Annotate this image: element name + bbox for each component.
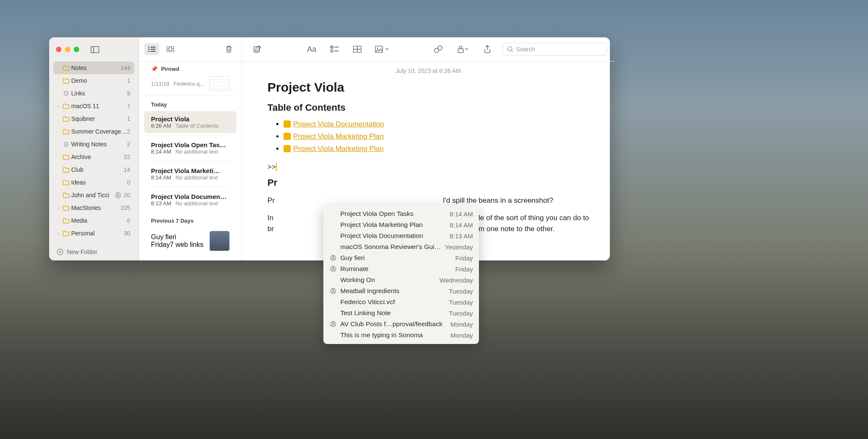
zoom-traffic-light[interactable] <box>74 47 79 52</box>
list-view-button[interactable] <box>144 43 159 55</box>
note-link[interactable]: Project Viola Documentation <box>293 120 384 128</box>
folder-label: Writing Notes <box>71 141 127 148</box>
suggestion-title: AV Club Posts f…pproval/feedback <box>340 320 447 328</box>
popup-suggestion[interactable]: Guy fieriFriday <box>323 252 479 263</box>
folder-count: 1 <box>127 115 131 122</box>
folder-count: 2 <box>127 128 131 135</box>
sidebar-folder[interactable]: Writing Notes2 <box>53 138 134 151</box>
svg-point-11 <box>148 47 150 48</box>
checklist-button[interactable] <box>327 43 342 55</box>
sidebar-folder[interactable]: John and Ticci20 <box>53 189 134 201</box>
media-button[interactable] <box>373 43 391 55</box>
folder-label: Media <box>71 217 127 224</box>
toggle-sidebar-icon[interactable] <box>89 44 101 55</box>
share-icon <box>484 45 491 53</box>
minimize-traffic-light[interactable] <box>65 47 70 52</box>
folder-label: Club <box>71 166 124 173</box>
lock-button[interactable] <box>453 43 472 55</box>
svg-point-13 <box>148 51 150 52</box>
person-icon <box>329 255 337 261</box>
sidebar-folder[interactable]: ›Personal30 <box>53 227 134 240</box>
note-link[interactable]: Project Viola Marketing Plan <box>293 145 384 153</box>
table-icon <box>353 46 362 53</box>
note-title: Project Viola Open Tas… <box>151 141 230 148</box>
popup-suggestion[interactable]: This is me typing in SonomaMonday <box>323 330 479 341</box>
note-list-item[interactable]: Project Viola Documen…8:13 AMNo addition… <box>144 189 236 211</box>
note-title: Project Viola <box>267 80 589 95</box>
folder-count: 105 <box>120 204 130 211</box>
popup-suggestion[interactable]: macOS Sonoma Reviewer's GuideYesterday <box>323 241 479 252</box>
popup-suggestion[interactable]: RuminateFriday <box>323 263 479 274</box>
text-cursor <box>276 163 277 171</box>
grid-icon <box>167 46 174 52</box>
share-button[interactable] <box>480 43 495 55</box>
popup-suggestion[interactable]: AV Club Posts f…pproval/feedbackMonday <box>323 319 479 330</box>
note-preview: No additional text <box>175 148 218 155</box>
notes-window: Notes144Demo1Links9›macOS 117Squibner1Su… <box>49 37 610 260</box>
sidebar-folder[interactable]: Squibner1 <box>53 112 134 125</box>
suggestion-title: Ruminate <box>340 265 452 273</box>
folder-icon <box>63 218 71 224</box>
note-link-icon <box>284 133 291 140</box>
sidebar-folder[interactable]: Archive22 <box>53 151 134 163</box>
sidebar-folder[interactable]: ›MacStories105 <box>53 201 134 214</box>
svg-point-5 <box>66 144 67 145</box>
note-preview: 7 web links <box>170 241 203 248</box>
popup-suggestion[interactable]: Federico Viticci.vcfTuesday <box>323 296 479 308</box>
folder-count: 22 <box>124 154 131 160</box>
search-input[interactable]: Search <box>503 43 607 56</box>
popup-suggestion[interactable]: Project Viola Open Tasks8:14 AM <box>323 208 479 219</box>
sidebar-folder[interactable]: Club14 <box>53 163 134 176</box>
folder-icon <box>63 129 71 134</box>
svg-point-43 <box>332 289 334 291</box>
sidebar-folder[interactable]: Links9 <box>53 87 134 100</box>
note-link[interactable]: Project Viola Marketing Plan <box>293 132 384 140</box>
sidebar-folder[interactable]: Ideas0 <box>53 176 134 189</box>
gallery-view-button[interactable] <box>163 43 178 55</box>
svg-point-7 <box>117 193 119 195</box>
checklist-icon <box>330 45 339 53</box>
popup-suggestion[interactable]: Project Viola Documentation8:13 AM <box>323 230 479 241</box>
popup-suggestion[interactable]: Test Linking NoteTuesday <box>323 308 479 319</box>
compose-button[interactable] <box>250 43 265 55</box>
delete-button[interactable] <box>221 43 236 55</box>
popup-suggestion[interactable]: Meatball IngredientsTuesday <box>323 285 479 296</box>
sidebar-folder[interactable]: Notes144 <box>53 62 134 74</box>
suggestion-title: Federico Viticci.vcf <box>340 298 445 306</box>
suggestion-time: Monday <box>451 321 473 328</box>
note-list-item[interactable]: Project Viola8:26 AMTable of Contents <box>144 111 236 133</box>
folder-icon <box>63 154 71 160</box>
note-link-popup[interactable]: Project Viola Open Tasks8:14 AMProject V… <box>323 205 479 344</box>
sidebar-folder[interactable]: Demo1 <box>53 74 134 87</box>
folder-count: 144 <box>120 64 130 71</box>
photo-icon <box>375 46 384 53</box>
note-preview: Table of Contents <box>175 123 218 129</box>
popup-suggestion[interactable]: Project Viola Marketing Plan8:14 AM <box>323 219 479 230</box>
search-icon <box>507 46 513 52</box>
new-folder-button[interactable]: New Folder <box>49 243 139 260</box>
sidebar-folder[interactable]: Media6 <box>53 214 134 227</box>
pinned-note[interactable]: 1/11/19 Federico q… <box>144 75 236 95</box>
popup-suggestion[interactable]: Working OnWednesday <box>323 274 479 285</box>
sidebar-folder[interactable]: ›macOS 117 <box>53 100 134 112</box>
svg-rect-35 <box>458 49 463 53</box>
link-button[interactable] <box>431 43 446 55</box>
note-title: Project Viola Documen… <box>151 193 230 200</box>
table-button[interactable] <box>350 43 365 55</box>
folder-label: Demo <box>71 77 127 84</box>
svg-point-45 <box>332 322 334 324</box>
format-button[interactable]: Aa <box>304 43 319 55</box>
svg-rect-20 <box>171 50 174 52</box>
folder-icon <box>63 103 71 109</box>
folder-count: 0 <box>127 179 131 186</box>
editor-toolbar: Aa <box>242 37 615 62</box>
sidebar-folder[interactable]: Summer Coverage…2 <box>53 125 134 138</box>
close-traffic-light[interactable] <box>56 47 61 52</box>
note-list-item[interactable]: Guy fieriFriday7 web links <box>144 226 236 255</box>
pinned-label: Pinned <box>161 66 179 72</box>
note-list-item[interactable]: Project Viola Marketi…8:14 AMNo addition… <box>144 163 236 185</box>
folder-icon <box>63 78 71 84</box>
folder-count: 2 <box>127 141 131 148</box>
note-list-item[interactable]: Project Viola Open Tas…8:14 AMNo additio… <box>144 137 236 159</box>
pinned-section-label: 📌 Pinned <box>144 62 236 75</box>
